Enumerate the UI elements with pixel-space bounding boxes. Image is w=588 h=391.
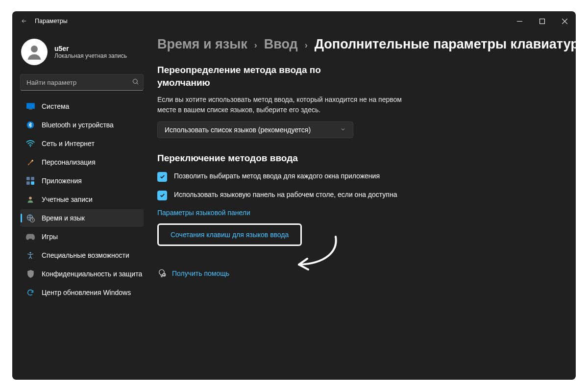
chevron-down-icon <box>340 126 346 134</box>
sidebar-item-accounts[interactable]: Учетные записи <box>20 191 144 208</box>
section-title-switching: Переключение методов ввода <box>157 153 566 164</box>
apps-icon <box>26 176 35 185</box>
sidebar-item-personalization[interactable]: Персонализация <box>20 153 144 171</box>
globe-clock-icon <box>26 214 35 222</box>
paintbrush-icon <box>26 158 35 167</box>
wifi-icon <box>26 139 35 148</box>
checkbox-row-language-bar[interactable]: Использовать языковую панель на рабочем … <box>157 190 412 200</box>
svg-rect-14 <box>31 181 34 185</box>
sidebar-item-gaming[interactable]: Игры <box>20 228 144 245</box>
help-icon <box>157 269 166 279</box>
sidebar: u5er Локальная учетная запись Система <box>12 31 147 380</box>
sidebar-item-label: Персонализация <box>42 158 96 166</box>
svg-rect-12 <box>31 177 34 180</box>
person-icon <box>26 195 35 204</box>
avatar <box>21 39 48 65</box>
breadcrumb-time-language[interactable]: Время и язык <box>157 37 247 52</box>
chevron-right-icon: › <box>254 40 257 50</box>
sidebar-item-system[interactable]: Система <box>20 98 144 115</box>
dropdown-value: Использовать список языков (рекомендуетс… <box>165 126 311 134</box>
user-icon <box>25 43 44 61</box>
maximize-icon <box>539 19 545 24</box>
sidebar-item-label: Сеть и Интернет <box>42 140 95 147</box>
content-area: Время и язык › Ввод › Дополнительные пар… <box>147 31 576 380</box>
svg-point-20 <box>164 275 165 276</box>
user-block[interactable]: u5er Локальная учетная запись <box>20 39 144 65</box>
svg-point-4 <box>31 46 38 52</box>
settings-window: Параметры u5er Локал <box>12 11 576 380</box>
maximize-button[interactable] <box>531 11 553 31</box>
display-icon <box>26 102 35 111</box>
sidebar-item-accessibility[interactable]: Специальные возможности <box>20 246 144 264</box>
get-help-row[interactable]: Получить помощь <box>157 269 566 279</box>
sidebar-item-label: Bluetooth и устройства <box>42 121 114 129</box>
close-icon <box>562 19 567 24</box>
search-box[interactable] <box>20 74 144 91</box>
checkbox-row-per-window[interactable]: Позволить выбирать метод ввода для каждо… <box>157 171 412 181</box>
sidebar-item-time-language[interactable]: Время и язык <box>20 209 144 227</box>
user-name: u5er <box>54 45 127 52</box>
checkbox-label: Позволить выбирать метод ввода для каждо… <box>174 171 380 181</box>
section-title-override: Переопределение метода ввода по умолчани… <box>157 64 334 89</box>
update-icon <box>26 288 35 297</box>
svg-point-5 <box>133 79 138 83</box>
sidebar-item-network[interactable]: Сеть и Интернет <box>20 135 144 152</box>
get-help-link[interactable]: Получить помощь <box>172 269 229 277</box>
breadcrumb-current: Дополнительные параметры клавиатуры <box>315 37 576 52</box>
svg-rect-8 <box>29 109 32 110</box>
sidebar-item-label: Специальные возможности <box>42 251 129 259</box>
link-hotkeys-highlighted[interactable]: Сочетания клавиш для языков ввода <box>157 223 302 246</box>
search-icon <box>132 78 139 87</box>
sidebar-item-label: Конфиденциальность и защита <box>42 270 142 278</box>
sidebar-item-label: Приложения <box>42 177 82 185</box>
link-language-bar-options[interactable]: Параметры языковой панели <box>157 209 566 217</box>
svg-point-10 <box>30 146 31 147</box>
close-button[interactable] <box>553 11 576 31</box>
breadcrumb-input[interactable]: Ввод <box>264 37 298 52</box>
sidebar-item-label: Игры <box>42 233 58 241</box>
user-subtitle: Локальная учетная запись <box>54 52 127 59</box>
sidebar-item-windows-update[interactable]: Центр обновления Windows <box>20 284 144 301</box>
minimize-icon <box>517 19 522 24</box>
sidebar-item-label: Центр обновления Windows <box>42 289 131 296</box>
sidebar-item-label: Учетные записи <box>42 196 93 203</box>
section-hint: Если вы хотите использовать метод ввода,… <box>157 95 412 115</box>
chevron-right-icon: › <box>305 40 308 50</box>
svg-point-18 <box>29 252 31 253</box>
svg-rect-7 <box>26 103 35 109</box>
checkbox-checked-icon[interactable] <box>157 191 167 200</box>
back-button[interactable] <box>17 14 31 28</box>
sidebar-item-label: Время и язык <box>42 214 85 222</box>
sidebar-item-privacy[interactable]: Конфиденциальность и защита <box>20 265 144 283</box>
checkbox-checked-icon[interactable] <box>157 172 167 182</box>
nav-list: Система Bluetooth и устройства Сеть и Ин… <box>20 98 144 301</box>
sidebar-item-label: Система <box>42 102 69 110</box>
gamepad-icon <box>26 232 35 241</box>
checkbox-label: Использовать языковую панель на рабочем … <box>174 190 397 200</box>
accessibility-icon <box>26 251 35 260</box>
minimize-button[interactable] <box>508 11 531 31</box>
svg-line-6 <box>137 83 138 84</box>
svg-rect-11 <box>26 177 30 180</box>
svg-rect-13 <box>26 181 30 185</box>
shield-icon <box>26 269 35 278</box>
bluetooth-icon <box>26 121 35 129</box>
title-bar: Параметры <box>12 11 576 31</box>
sidebar-item-apps[interactable]: Приложения <box>20 172 144 190</box>
search-input[interactable] <box>26 79 132 86</box>
breadcrumb: Время и язык › Ввод › Дополнительные пар… <box>157 37 566 52</box>
sidebar-item-bluetooth[interactable]: Bluetooth и устройства <box>20 116 144 134</box>
svg-point-15 <box>29 197 32 200</box>
window-title: Параметры <box>35 18 68 24</box>
svg-rect-1 <box>539 19 544 24</box>
arrow-left-icon <box>21 18 27 24</box>
input-method-dropdown[interactable]: Использовать список языков (рекомендуетс… <box>157 122 353 138</box>
